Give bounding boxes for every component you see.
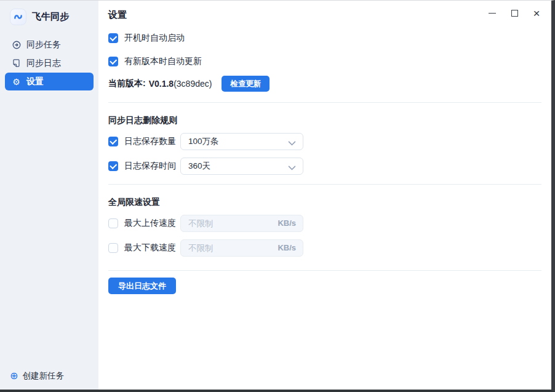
check-icon <box>110 162 117 169</box>
sidebar-item-sync-log[interactable]: 同步日志 <box>5 54 94 72</box>
log-count-select-value: 100万条 <box>188 136 219 147</box>
check-icon <box>110 34 117 41</box>
download-speed-label: 最大下载速度 <box>124 242 180 254</box>
page-title: 设置 <box>108 9 541 21</box>
create-new-task-label: 创建新任务 <box>22 370 64 382</box>
autoupdate-label: 有新版本时自动更新 <box>124 56 202 67</box>
sidebar-item-label: 同步任务 <box>26 39 61 50</box>
upload-speed-label: 最大上传速度 <box>124 218 180 229</box>
app-name: 飞牛同步 <box>32 11 69 23</box>
log-count-label: 日志保存数量 <box>124 136 180 147</box>
close-icon: × <box>533 7 540 19</box>
download-speed-field: KB/s <box>180 239 303 257</box>
divider <box>108 270 541 271</box>
window-controls: × <box>481 6 548 20</box>
sidebar-item-label: 设置 <box>26 76 44 87</box>
upload-speed-checkbox[interactable] <box>108 218 118 228</box>
log-time-row: 日志保存时间 360天 <box>108 158 541 175</box>
download-speed-unit: KB/s <box>278 243 296 252</box>
app-logo-icon <box>10 9 26 25</box>
app-logo-row: 飞牛同步 <box>0 1 98 25</box>
divider <box>108 102 541 103</box>
minimize-button[interactable] <box>481 6 503 20</box>
log-time-checkbox[interactable] <box>108 161 118 171</box>
sidebar-nav: 同步任务 同步日志 ⚙ 设置 <box>0 36 98 90</box>
chevron-down-icon <box>288 162 296 170</box>
download-speed-checkbox[interactable] <box>108 243 118 253</box>
close-button[interactable]: × <box>525 6 548 20</box>
log-time-select[interactable]: 360天 <box>180 158 303 175</box>
version-build: (3c89dec) <box>174 79 212 89</box>
upload-speed-field: KB/s <box>180 215 303 232</box>
log-time-select-value: 360天 <box>188 161 210 172</box>
sidebar-item-label: 同步日志 <box>26 58 61 69</box>
speed-limit-section-title: 全局限速设置 <box>108 197 541 207</box>
maximize-button[interactable] <box>503 6 525 20</box>
create-new-task-button[interactable]: ⊕ 创建新任务 <box>10 370 64 382</box>
sidebar-item-settings[interactable]: ⚙ 设置 <box>5 73 94 90</box>
upload-speed-row: 最大上传速度 KB/s <box>108 215 541 232</box>
autoupdate-checkbox[interactable] <box>108 57 118 66</box>
autostart-label: 开机时自动启动 <box>124 33 185 44</box>
sidebar: 飞牛同步 同步任务 同步日志 <box>0 1 98 390</box>
autostart-row: 开机时自动启动 <box>108 32 541 44</box>
autoupdate-row: 有新版本时自动更新 <box>108 55 541 68</box>
settings-panel: 设置 开机时自动启动 有新版本时自动更新 当前版本: V0.1.8 (3c89d… <box>98 1 551 390</box>
check-icon <box>110 137 117 145</box>
autostart-checkbox[interactable] <box>108 33 118 43</box>
version-row: 当前版本: V0.1.8 (3c89dec) 检查更新 <box>108 76 541 92</box>
log-count-select[interactable]: 100万条 <box>180 133 303 150</box>
log-time-label: 日志保存时间 <box>124 161 180 172</box>
sync-log-icon <box>11 58 22 68</box>
app-window: 飞牛同步 同步任务 同步日志 <box>0 0 555 392</box>
download-speed-row: 最大下载速度 KB/s <box>108 239 541 257</box>
log-rules-section-title: 同步日志删除规则 <box>108 115 541 125</box>
log-count-checkbox[interactable] <box>108 137 118 146</box>
gear-icon: ⚙ <box>11 76 22 87</box>
divider <box>108 184 541 185</box>
upload-speed-unit: KB/s <box>278 218 296 228</box>
maximize-icon <box>511 10 518 17</box>
plus-circle-icon: ⊕ <box>10 371 18 381</box>
version-label: 当前版本: <box>108 78 146 89</box>
version-value: V0.1.8 <box>149 79 174 89</box>
check-icon <box>110 57 117 65</box>
sync-tasks-icon <box>11 39 22 50</box>
chevron-down-icon <box>288 138 296 146</box>
minimize-icon <box>489 13 496 14</box>
export-log-button[interactable]: 导出日志文件 <box>108 278 176 294</box>
log-count-row: 日志保存数量 100万条 <box>108 133 541 150</box>
sidebar-item-sync-tasks[interactable]: 同步任务 <box>5 36 94 54</box>
check-update-button[interactable]: 检查更新 <box>222 76 270 92</box>
